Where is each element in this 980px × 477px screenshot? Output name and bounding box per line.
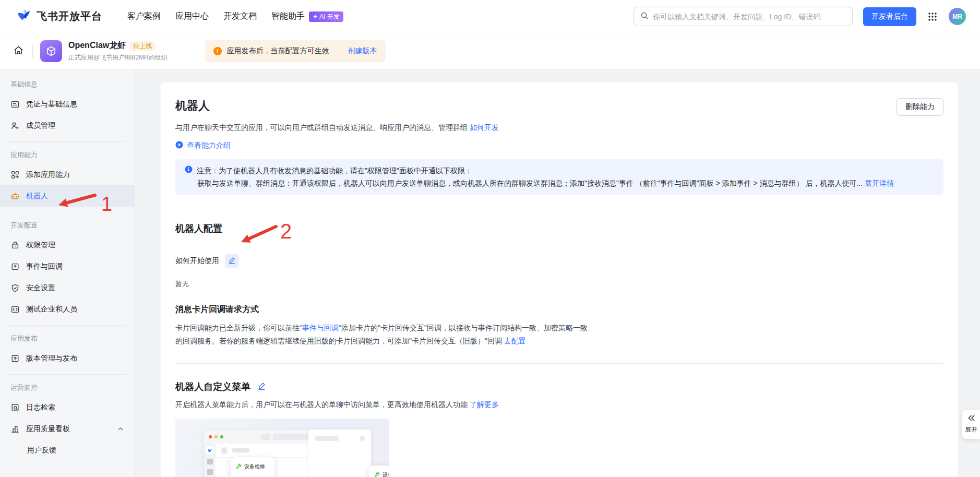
sidebar-item-version-release[interactable]: 版本管理与发布 bbox=[0, 348, 134, 369]
sidebar-item-events[interactable]: 事件与回调 bbox=[0, 256, 134, 277]
wrench-icon bbox=[374, 472, 380, 477]
capability-intro-row: 查看能力介绍 bbox=[175, 141, 943, 150]
how-to-start-label: 如何开始使用 bbox=[175, 256, 219, 266]
nav-item-docs[interactable]: 开发文档 bbox=[223, 11, 257, 22]
create-version-link[interactable]: 创建版本 bbox=[348, 46, 377, 56]
sidebar: 基础信息 凭证与基础信息 成员管理 应用能力 添加应用能力 bbox=[0, 69, 135, 477]
member-icon bbox=[10, 121, 20, 130]
sidebar-item-test-company[interactable]: 测试企业和人员 bbox=[0, 299, 134, 320]
brand[interactable]: 飞书开放平台 bbox=[16, 8, 102, 26]
lock-icon bbox=[10, 241, 20, 250]
nav-menu: 客户案例 应用中心 开发文档 智能助手 ✦AI 开发 bbox=[127, 11, 343, 22]
how-to-start-row: 如何开始使用 bbox=[175, 254, 943, 268]
divider bbox=[32, 44, 33, 58]
capability-intro-link[interactable]: 查看能力介绍 bbox=[187, 141, 231, 150]
add-capability-icon bbox=[10, 170, 20, 180]
sidebar-section-dev-config: 开发配置 bbox=[0, 213, 134, 234]
edit-pencil-icon bbox=[257, 381, 266, 392]
user-avatar[interactable]: MR bbox=[949, 8, 966, 25]
sidebar-section-basic-info: 基础信息 bbox=[0, 73, 134, 93]
status-badge: 待上线 bbox=[130, 41, 155, 51]
mock-mobile-window bbox=[308, 430, 371, 477]
code-icon bbox=[10, 305, 20, 314]
app-meta: OpenClaw龙虾 待上线 正式应用@飞书用户9882MR的组织 bbox=[68, 40, 168, 62]
expand-panel-tab[interactable]: 展开 bbox=[962, 410, 980, 439]
notice-line2: 获取与发送单聊、群组消息：开通该权限后，机器人可以向用户发送单聊消息，或向机器人… bbox=[197, 179, 863, 187]
wrench-icon bbox=[236, 463, 242, 470]
bot-config-title: 机器人配置 bbox=[175, 222, 943, 235]
search-input[interactable] bbox=[653, 13, 846, 21]
divider bbox=[8, 374, 126, 375]
bot-description: 与用户在聊天中交互的应用，可以向用户或群组自动发送消息、响应用户的消息、管理群组… bbox=[175, 123, 943, 133]
divider bbox=[8, 141, 126, 142]
app-bar: OpenClaw龙虾 待上线 正式应用@飞书用户9882MR的组织 ! 应用发布… bbox=[0, 33, 980, 69]
divider bbox=[8, 325, 126, 326]
search-icon bbox=[640, 11, 649, 22]
sparkle-icon: ✦ bbox=[313, 14, 318, 20]
robot-icon bbox=[10, 192, 20, 201]
ai-dev-badge: ✦AI 开发 bbox=[309, 11, 343, 22]
nav-item-cases[interactable]: 客户案例 bbox=[127, 11, 161, 22]
edit-custom-menu-button[interactable] bbox=[257, 381, 266, 392]
sidebar-item-credentials[interactable]: 凭证与基础信息 bbox=[0, 93, 134, 115]
edit-how-to-start-button[interactable] bbox=[225, 254, 239, 268]
home-button[interactable] bbox=[9, 42, 27, 60]
delete-capability-button[interactable]: 删除能力 bbox=[897, 98, 943, 116]
log-search-icon bbox=[10, 403, 20, 412]
chevron-up-icon[interactable] bbox=[117, 426, 124, 432]
how-to-start-value: 暂无 bbox=[175, 279, 943, 289]
developer-console-button[interactable]: 开发者后台 bbox=[863, 7, 916, 26]
sidebar-section-capabilities: 应用能力 bbox=[0, 143, 134, 164]
dashboard-icon bbox=[10, 424, 20, 434]
feishu-open-platform-screen: 飞书开放平台 客户案例 应用中心 开发文档 智能助手 ✦AI 开发 开发者后台 bbox=[0, 0, 980, 477]
expand-label: 展开 bbox=[965, 425, 977, 434]
expand-detail-link[interactable]: 展开详情 bbox=[865, 179, 894, 187]
credential-icon bbox=[10, 100, 20, 109]
page-title: 机器人 bbox=[175, 98, 210, 114]
learn-more-link[interactable]: 了解更多 bbox=[470, 400, 499, 409]
app-grid-icon[interactable] bbox=[928, 12, 937, 21]
global-search[interactable] bbox=[634, 7, 853, 26]
permission-notice: 注意：为了使机器人具有收发消息的基础功能，请在"权限管理"面板中开通以下权限： … bbox=[175, 159, 943, 195]
edit-pencil-icon bbox=[228, 256, 236, 266]
mock-bot-menu-popup-mobile: 设备检修 店铺形象 bbox=[369, 466, 389, 477]
mock-menu-item-label: 设备检修 bbox=[244, 463, 265, 470]
divider bbox=[8, 212, 126, 212]
sidebar-section-monitoring: 运营监控 bbox=[0, 376, 134, 397]
app-name: OpenClaw龙虾 bbox=[68, 40, 126, 51]
how-to-develop-link[interactable]: 如何开发 bbox=[470, 123, 499, 132]
event-callback-icon bbox=[10, 262, 20, 271]
info-icon bbox=[185, 164, 193, 177]
divider bbox=[175, 363, 943, 364]
top-nav: 飞书开放平台 客户案例 应用中心 开发文档 智能助手 ✦AI 开发 开发者后台 bbox=[0, 0, 980, 33]
sidebar-item-add-capability[interactable]: 添加应用能力 bbox=[0, 164, 134, 185]
custom-menu-title: 机器人自定义菜单 bbox=[175, 380, 250, 393]
sidebar-item-security[interactable]: 安全设置 bbox=[0, 277, 134, 299]
card-callback-paragraph: 卡片回调能力已全新升级，你可以前往"事件与回调"添加卡片的"卡片回传交互"回调，… bbox=[175, 321, 943, 348]
play-icon bbox=[175, 141, 183, 150]
sidebar-item-user-feedback[interactable]: 用户反馈 bbox=[0, 439, 134, 461]
sidebar-item-quality-dashboard[interactable]: 应用质量看板 bbox=[0, 418, 134, 439]
sidebar-item-log-search[interactable]: 日志检索 bbox=[0, 397, 134, 418]
nav-item-app-center[interactable]: 应用中心 bbox=[175, 11, 209, 22]
custom-menu-description: 开启机器人菜单能力后，用户可以在与机器人的单聊中访问菜单，更高效地使用机器人功能… bbox=[175, 400, 943, 410]
go-configure-link[interactable]: 去配置 bbox=[504, 337, 526, 345]
feishu-logo-icon bbox=[16, 8, 31, 26]
main-content: 机器人 删除能力 与用户在聊天中交互的应用，可以向用户或群组自动发送消息、响应用… bbox=[135, 69, 980, 477]
mock-bot-menu-popup: 设备检修 店铺形象 bbox=[231, 457, 274, 477]
events-callback-link[interactable]: "事件与回调" bbox=[300, 324, 341, 332]
sidebar-item-bot[interactable]: 机器人 bbox=[0, 185, 134, 207]
bot-menu-preview-image: 设备检修 店铺形象 bbox=[175, 419, 389, 477]
app-icon bbox=[40, 40, 62, 62]
double-chevron-left-icon bbox=[967, 414, 975, 424]
notice-line1: 注意：为了使机器人具有收发消息的基础功能，请在"权限管理"面板中开通以下权限： bbox=[197, 164, 472, 177]
nav-item-assistant[interactable]: 智能助手 ✦AI 开发 bbox=[271, 11, 343, 22]
custom-menu-title-row: 机器人自定义菜单 bbox=[175, 380, 943, 393]
publish-icon bbox=[10, 354, 20, 363]
sidebar-item-permissions[interactable]: 权限管理 bbox=[0, 234, 134, 256]
home-icon bbox=[13, 45, 24, 58]
mini-feishu-logo bbox=[206, 446, 214, 454]
warning-icon: ! bbox=[213, 47, 222, 55]
card-callback-title: 消息卡片回调请求方式 bbox=[175, 304, 943, 315]
sidebar-item-members[interactable]: 成员管理 bbox=[0, 115, 134, 136]
